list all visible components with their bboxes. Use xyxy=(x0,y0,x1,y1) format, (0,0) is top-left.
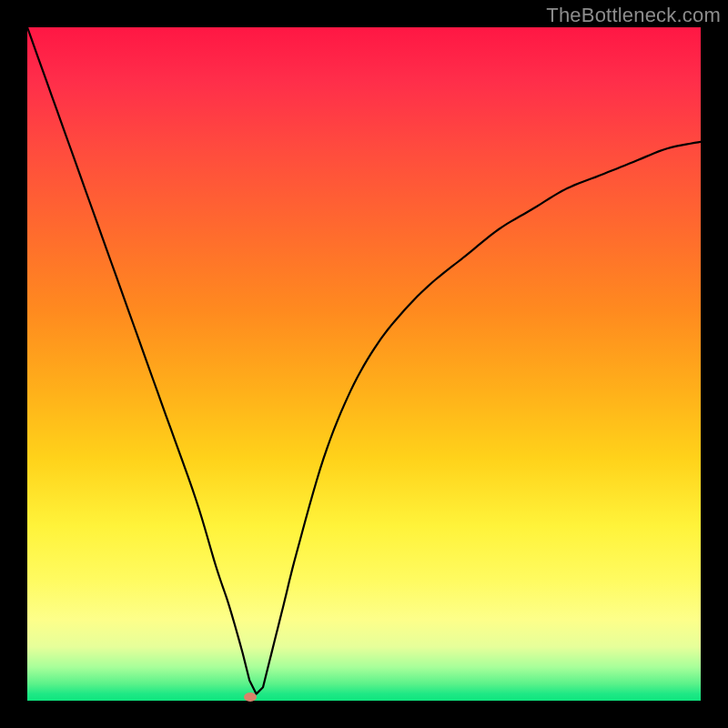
plot-area xyxy=(27,27,701,701)
watermark-text: TheBottleneck.com xyxy=(546,4,721,27)
chart-frame: TheBottleneck.com xyxy=(0,0,728,728)
optimal-point-marker xyxy=(244,693,257,702)
bottleneck-curve xyxy=(27,27,701,701)
